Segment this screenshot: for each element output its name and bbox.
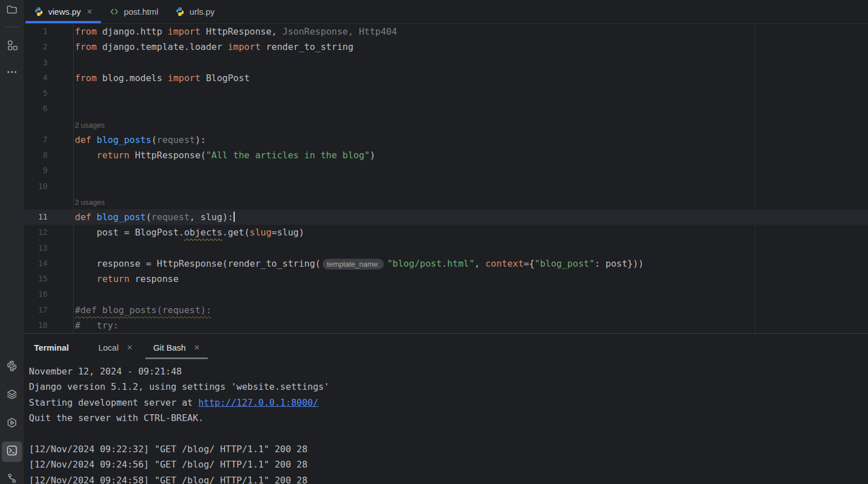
code-token: def xyxy=(75,134,91,145)
code-row[interactable]: 13 xyxy=(24,241,868,256)
code-editor[interactable]: 1from django.http import HttpResponse, J… xyxy=(24,24,868,333)
code-line: def blog_post(request, slug): xyxy=(73,209,235,225)
code-row[interactable]: 1from django.http import HttpResponse, J… xyxy=(24,24,868,39)
code-row[interactable]: 9 xyxy=(24,163,868,178)
stripe-divider xyxy=(5,27,19,27)
terminal-tab-git-bash[interactable]: Git Bash ✕ xyxy=(143,334,210,361)
terminal-line: [12/Nov/2024 09:22:32] "GET /blog/ HTTP/… xyxy=(29,441,868,457)
code-line: from blog.models import BlogPost xyxy=(73,70,249,86)
tab-views-py[interactable]: views.py ✕ xyxy=(26,0,101,23)
inlay-hint-row[interactable]: 2 usages xyxy=(24,117,868,132)
server-url-link[interactable]: http://127.0.0.1:8000/ xyxy=(198,397,319,408)
code-token: django.http xyxy=(97,26,168,37)
code-row[interactable]: 10 xyxy=(24,179,868,194)
code-token: import xyxy=(228,41,261,52)
terminal-panel: Terminal Local ✕ Git Bash ✕ November 12,… xyxy=(24,334,868,484)
code-row[interactable]: 3 xyxy=(24,55,868,70)
layers-icon xyxy=(6,389,18,402)
sidebar-item-more-tool-windows[interactable] xyxy=(2,63,22,83)
code-line: return HttpResponse("All the articles in… xyxy=(73,148,375,163)
inlay-hint-row[interactable]: 2 usages xyxy=(24,194,868,209)
code-token: response xyxy=(129,273,179,284)
structure-icon xyxy=(6,40,18,53)
tab-urls-py[interactable]: urls.py xyxy=(167,0,223,23)
terminal-line: [12/Nov/2024 09:24:58] "GET /blog/ HTTP/… xyxy=(29,473,868,484)
code-token: blog_post xyxy=(97,212,146,222)
code-token: blog.models xyxy=(97,73,168,83)
code-token: HttpResponse( xyxy=(129,150,206,161)
code-row[interactable]: 5 xyxy=(24,86,868,101)
code-row[interactable]: 7def blog_posts(request): xyxy=(24,132,868,148)
code-token: render_to_string xyxy=(261,41,354,52)
editor-rows: 1from django.http import HttpResponse, J… xyxy=(24,24,868,333)
line-number: 9 xyxy=(24,163,73,178)
code-token: slug xyxy=(249,227,272,238)
code-token: November 12, 2024 - 09:21:48 xyxy=(29,366,182,377)
sidebar-item-services[interactable] xyxy=(2,414,22,434)
sidebar-item-project[interactable] xyxy=(2,0,22,20)
more-icon xyxy=(6,66,18,80)
code-token: BlogPost xyxy=(201,73,250,83)
code-row[interactable]: 6 xyxy=(24,101,868,116)
line-number: 13 xyxy=(24,241,73,256)
panel-divider[interactable] xyxy=(24,333,868,334)
code-token: from xyxy=(75,26,97,37)
code-token: , slug): xyxy=(189,212,233,222)
code-token: HttpResponse, xyxy=(201,26,283,37)
sidebar-item-structure[interactable] xyxy=(2,36,22,57)
python-icon xyxy=(175,7,185,16)
code-line: from django.template.loader import rende… xyxy=(73,39,353,54)
sidebar-item-python-packages[interactable] xyxy=(2,385,22,406)
usages-inlay-hint[interactable]: 2 usages xyxy=(75,121,105,129)
close-icon[interactable]: ✕ xyxy=(194,343,200,352)
folder-icon xyxy=(6,3,18,17)
terminal-output[interactable]: November 12, 2024 - 09:21:48Django versi… xyxy=(24,361,868,484)
code-token: ( xyxy=(146,212,151,222)
code-token xyxy=(75,273,97,284)
code-row[interactable]: 18# try: xyxy=(24,318,868,333)
line-number: 12 xyxy=(24,225,73,240)
code-row[interactable]: 2from django.template.loader import rend… xyxy=(24,39,868,54)
services-icon xyxy=(6,417,18,431)
tab-label: post.html xyxy=(124,7,158,16)
line-number xyxy=(24,194,73,209)
code-token: from xyxy=(75,73,97,83)
code-row[interactable]: 12 post = BlogPost.objects.get(slug=slug… xyxy=(24,225,868,240)
terminal-tab-local[interactable]: Local ✕ xyxy=(88,334,143,361)
terminal-icon xyxy=(6,445,18,458)
code-row[interactable]: 11def blog_post(request, slug): xyxy=(24,209,868,225)
code-line xyxy=(73,287,75,302)
code-line xyxy=(73,179,75,194)
code-token: blog_posts xyxy=(97,134,151,145)
code-token: def xyxy=(75,212,91,222)
code-row[interactable]: 8 return HttpResponse("All the articles … xyxy=(24,148,868,163)
sidebar-item-python-console[interactable] xyxy=(2,357,22,377)
code-token: ): xyxy=(195,134,206,145)
code-row[interactable]: 4from blog.models import BlogPost xyxy=(24,70,868,86)
code-token: request xyxy=(157,134,195,145)
code-token: objects xyxy=(184,227,222,238)
code-token: : post})) xyxy=(595,258,644,269)
code-token: [12/Nov/2024 09:22:32] "GET /blog/ HTTP/… xyxy=(29,444,307,454)
text-caret xyxy=(234,212,235,222)
code-row[interactable]: 15 return response xyxy=(24,271,868,287)
tool-window-stripe xyxy=(0,0,24,484)
sidebar-item-terminal[interactable] xyxy=(2,441,22,462)
code-token: return xyxy=(97,150,130,161)
terminal-header: Terminal Local ✕ Git Bash ✕ xyxy=(24,334,868,361)
code-row[interactable]: 16 xyxy=(24,287,868,302)
tab-label: urls.py xyxy=(189,7,214,16)
code-row[interactable]: 14 response = HttpResponse(render_to_str… xyxy=(24,256,868,271)
line-number: 14 xyxy=(24,256,73,271)
close-icon[interactable]: ✕ xyxy=(126,343,133,352)
tab-post-html[interactable]: post.html xyxy=(101,0,167,23)
code-line xyxy=(73,86,75,101)
sidebar-item-version-control[interactable] xyxy=(2,469,22,484)
code-token: , xyxy=(475,258,485,269)
code-row[interactable]: 17#def blog_posts(request): xyxy=(24,302,868,318)
code-token: request xyxy=(151,212,189,222)
close-icon[interactable]: ✕ xyxy=(87,7,93,16)
usages-inlay-hint[interactable]: 2 usages xyxy=(75,198,105,207)
code-token xyxy=(91,212,97,222)
code-line xyxy=(73,163,75,178)
